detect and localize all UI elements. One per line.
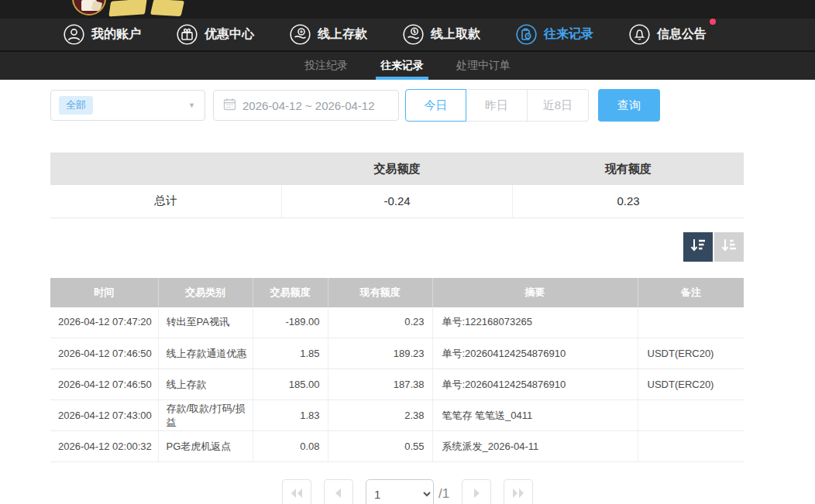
top-bar <box>0 0 815 19</box>
records-header-row: 时间 交易类别 交易额度 现有额度 摘要 备注 <box>50 278 744 307</box>
nav-item-label: 线上取款 <box>431 26 480 43</box>
brand-wordmark <box>108 0 146 17</box>
bell-icon <box>629 24 650 45</box>
tab-betting-records[interactable]: 投注纪录 <box>301 52 351 80</box>
nav-item-transaction-records[interactable]: 往来记录 <box>516 24 593 45</box>
cell-summary: 单号:202604124254876910 <box>432 369 638 400</box>
selected-type-tag[interactable]: 全部 <box>59 96 93 115</box>
cell-time: 2026-04-12 07:47:20 <box>50 307 158 338</box>
cell-time: 2026-04-12 07:43:00 <box>50 400 158 431</box>
cell-balance: 189.23 <box>328 338 432 369</box>
cell-type: PG老虎机返点 <box>158 431 253 462</box>
last-page-button[interactable] <box>504 479 533 504</box>
search-button[interactable]: 查询 <box>598 89 660 122</box>
summary-total-row: 总计 -0.24 0.23 <box>50 185 744 218</box>
arrow-left-icon <box>335 489 342 500</box>
summary-header-trade-amount: 交易额度 <box>281 153 512 185</box>
calendar-icon <box>223 98 236 113</box>
col-header-type: 交易类别 <box>158 278 253 307</box>
cell-trade-amount: 185.00 <box>253 369 328 400</box>
records-subnav: 投注纪录 往来记录 处理中订单 <box>0 52 815 80</box>
summary-header-blank <box>50 153 281 185</box>
cell-remark <box>638 400 744 431</box>
sort-ascending-button[interactable] <box>714 232 744 262</box>
nav-item-label: 优惠中心 <box>205 26 254 43</box>
cell-balance: 0.55 <box>328 431 432 462</box>
cell-trade-amount: -189.00 <box>253 307 328 338</box>
cell-trade-amount: 0.08 <box>253 431 328 462</box>
notification-dot <box>710 19 716 25</box>
summary-table: 交易额度 现有额度 总计 -0.24 0.23 <box>50 153 744 218</box>
double-arrow-left-icon <box>291 489 303 500</box>
nav-item-withdraw[interactable]: 线上取款 <box>403 24 480 45</box>
table-row: 2026-04-12 07:43:00 存款/取款/打码/损益 1.83 2.3… <box>50 400 744 431</box>
sort-descending-icon <box>689 237 707 257</box>
col-header-balance: 现有额度 <box>328 278 432 307</box>
brand-wordmark <box>150 0 184 16</box>
main-navigation: 我的账户 优惠中心 线上存款 <box>0 19 815 52</box>
page-select-wrap: 1 /1 <box>366 479 449 504</box>
sort-descending-button[interactable] <box>683 232 713 262</box>
col-header-summary: 摘要 <box>432 278 638 307</box>
cell-balance: 0.23 <box>328 307 432 338</box>
summary-total-trade: -0.24 <box>281 185 512 218</box>
nav-item-label: 往来记录 <box>544 26 593 43</box>
table-row: 2026-04-12 07:47:20 转出至PA视讯 -189.00 0.23… <box>50 307 744 338</box>
cell-remark: USDT(ERC20) <box>638 338 744 369</box>
last-8-days-button[interactable]: 近8日 <box>528 89 589 122</box>
quick-date-group: 今日 昨日 近8日 <box>405 89 589 122</box>
table-row: 2026-04-12 07:46:50 线上存款通道优惠 1.85 189.23… <box>50 338 744 369</box>
nav-item-label: 线上存款 <box>318 26 367 43</box>
table-row: 2026-04-12 07:46:50 线上存款 185.00 187.38 单… <box>50 369 744 400</box>
total-pages-label: /1 <box>438 486 449 502</box>
cell-trade-amount: 1.83 <box>253 400 328 431</box>
cell-type: 线上存款 <box>158 369 253 400</box>
arrow-right-icon <box>473 489 480 500</box>
col-header-trade-amount: 交易额度 <box>253 278 328 307</box>
cell-remark: USDT(ERC20) <box>638 369 744 400</box>
records-icon <box>516 24 537 45</box>
cell-trade-amount: 1.85 <box>253 338 328 369</box>
date-range-value: 2026-04-12 ~ 2026-04-12 <box>242 99 375 112</box>
col-header-remark: 备注 <box>638 278 744 307</box>
pagination: 1 /1 <box>0 479 815 504</box>
date-range-input[interactable]: 2026-04-12 ~ 2026-04-12 <box>213 90 399 121</box>
cell-type: 转出至PA视讯 <box>158 307 253 338</box>
yesterday-button[interactable]: 昨日 <box>466 89 528 122</box>
deposit-icon <box>290 24 311 45</box>
cell-summary: 笔笔存 笔笔送_0411 <box>432 400 638 431</box>
summary-header-balance: 现有额度 <box>513 153 744 185</box>
summary-total-balance: 0.23 <box>513 185 744 218</box>
filter-bar: 全部 ▼ 2026-04-12 ~ 2026-04-12 今日 昨日 近8日 查… <box>50 90 815 121</box>
first-page-button[interactable] <box>282 479 311 504</box>
nav-item-label: 我的账户 <box>91 26 141 43</box>
cell-time: 2026-04-12 07:46:50 <box>50 338 158 369</box>
table-row: 2026-04-12 02:00:32 PG老虎机返点 0.08 0.55 系统… <box>50 431 744 462</box>
col-header-time: 时间 <box>50 278 158 307</box>
cell-summary: 单号:122168073265 <box>432 307 638 338</box>
previous-page-button[interactable] <box>324 479 353 504</box>
nav-item-label: 信息公告 <box>657 26 707 43</box>
today-button[interactable]: 今日 <box>405 89 466 122</box>
chevron-down-icon: ▼ <box>188 101 195 109</box>
sort-controls <box>50 232 744 262</box>
double-arrow-right-icon <box>512 489 524 500</box>
cell-time: 2026-04-12 07:46:50 <box>50 369 158 400</box>
page-select[interactable]: 1 <box>366 479 434 504</box>
tab-transaction-records[interactable]: 往来记录 <box>377 52 427 80</box>
next-page-button[interactable] <box>462 479 491 504</box>
nav-item-promotions[interactable]: 优惠中心 <box>177 24 254 45</box>
nav-item-my-account[interactable]: 我的账户 <box>64 24 141 45</box>
sort-ascending-icon <box>720 237 738 257</box>
cell-balance: 187.38 <box>328 369 432 400</box>
nav-item-deposit[interactable]: 线上存款 <box>290 24 367 45</box>
cell-time: 2026-04-12 02:00:32 <box>50 431 158 462</box>
tab-processing-orders[interactable]: 处理中订单 <box>453 52 514 80</box>
cell-remark <box>638 307 744 338</box>
brand-logo[interactable] <box>72 0 106 15</box>
cell-type: 存款/取款/打码/损益 <box>158 400 253 431</box>
nav-item-announcements[interactable]: 信息公告 <box>629 24 707 45</box>
cell-remark <box>638 431 744 462</box>
summary-total-label: 总计 <box>50 185 281 218</box>
transaction-type-select[interactable]: 全部 ▼ <box>50 90 205 121</box>
